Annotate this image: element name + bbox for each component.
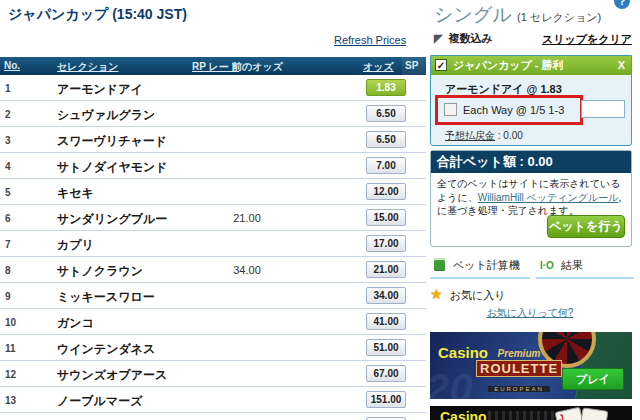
table-row-partial <box>0 413 426 420</box>
odds-button[interactable]: 12.00 <box>366 183 406 200</box>
odds-button[interactable]: 51.00 <box>366 339 406 356</box>
stake-input[interactable] <box>581 100 625 118</box>
multiples-label: 複数込み <box>449 32 493 44</box>
banner-watermark: 20 <box>430 365 473 399</box>
runner-name: サトノダイヤモンド <box>57 159 168 176</box>
table-row: 12 サウンズオブアース 67.00 <box>0 361 426 387</box>
runner-name: シュヴァルグラン <box>57 107 155 124</box>
odds-table-header: No. セレクション RP レート 前のオッズ オッズ SP <box>0 57 426 75</box>
table-row: 4 サトノダイヤモンド 7.00 <box>0 153 426 179</box>
runner-number: 3 <box>5 135 11 146</box>
odds-button[interactable]: 6.50 <box>366 131 406 148</box>
runner-name: サンダリングブルー <box>57 211 167 228</box>
selection-header: ✓ ジャパンカップ - 勝利 X <box>431 56 631 75</box>
event-title: ジャパンカップ (15:40 JST) <box>8 6 187 24</box>
multiples-toggle[interactable]: ◤ 複数込み <box>434 31 493 46</box>
star-icon: ★ <box>430 286 443 302</box>
bet-calculator-link[interactable]: ベット計算機 <box>434 258 520 273</box>
odds-button[interactable]: 21.00 <box>366 261 406 278</box>
betting-rules-text: 全てのベットはサイトに表示されているように、WilliamHill ベッティング… <box>431 173 631 218</box>
results-icon: I·O <box>540 260 554 271</box>
favorites-help-row: お気に入りって何? <box>428 306 632 320</box>
refresh-prices-link[interactable]: Refresh Prices <box>334 34 406 46</box>
clear-slip-link[interactable]: スリップをクリア <box>542 32 632 47</box>
previous-odds: 34.00 <box>223 264 271 276</box>
multiples-arrow-icon: ◤ <box>434 32 442 45</box>
selection-box: ✓ ジャパンカップ - 勝利 X アーモンドアイ @ 1.83 Each Way… <box>430 55 632 146</box>
odds-button[interactable]: 151.00 <box>366 391 406 408</box>
runner-name: スワーヴリチャード <box>57 133 167 150</box>
odds-button[interactable]: 67.00 <box>366 365 406 382</box>
casino-cards-banner[interactable]: Casino J <box>430 406 632 420</box>
help-icon[interactable]: ? <box>614 0 630 9</box>
results-icon-glyph: I·O <box>540 260 554 271</box>
card-pip: J <box>558 412 565 420</box>
results-label: 結果 <box>561 259 583 271</box>
betting-rules-link[interactable]: WilliamHill ベッティングルール <box>478 192 619 203</box>
favorites-label: お気に入り <box>450 289 506 301</box>
table-row: 6 サンダリングブルー 21.00 15.00 <box>0 205 426 231</box>
previous-odds: 21.00 <box>223 212 271 224</box>
favorites-row[interactable]: ★ お気に入り <box>430 286 505 303</box>
tool-underline-left <box>430 277 530 279</box>
close-icon[interactable]: X <box>618 56 625 75</box>
favorites-help-link[interactable]: お気に入りって何? <box>487 307 574 318</box>
odds-button[interactable]: 34.00 <box>366 287 406 304</box>
runner-number: 11 <box>5 343 16 354</box>
table-row: 1 アーモンドアイ 1.83 <box>0 75 426 101</box>
runner-name: ノーブルマーズ <box>57 393 142 410</box>
total-bet-label: 合計ベット額 : <box>437 154 527 169</box>
runner-name: サトノクラウン <box>57 263 143 280</box>
runner-number: 4 <box>5 161 11 172</box>
betslip-title-text: シングル <box>434 4 512 25</box>
runner-number: 12 <box>5 369 16 380</box>
runner-name: キセキ <box>57 185 94 202</box>
table-row: 13 ノーブルマーズ 151.00 <box>0 387 426 413</box>
total-bet-value: 0.00 <box>527 154 552 169</box>
table-row: 2 シュヴァルグラン 6.50 <box>0 101 426 127</box>
table-row: 3 スワーヴリチャード 6.50 <box>0 127 426 153</box>
runner-name: ミッキースワロー <box>57 289 155 306</box>
play-button[interactable]: プレイ <box>562 368 624 390</box>
annotation-highlight: Each Way @ 1/5 1-3 <box>435 95 583 125</box>
each-way-checkbox[interactable] <box>444 103 457 116</box>
odds-button[interactable]: 17.00 <box>366 235 406 252</box>
table-row: 7 カプリ 17.00 <box>0 231 426 257</box>
total-box: 合計ベット額 : 0.00 全てのベットはサイトに表示されているように、Will… <box>430 150 632 247</box>
tool-underline-right <box>536 277 634 279</box>
odds-button[interactable]: 15.00 <box>366 209 406 226</box>
odds-table-body: 1 アーモンドアイ 1.83 2 シュヴァルグラン 6.50 3 スワーヴリチャ… <box>0 75 426 420</box>
header-no[interactable]: No. <box>4 60 20 71</box>
selection-checkbox[interactable]: ✓ <box>435 59 447 71</box>
odds-button[interactable]: 41.00 <box>366 313 406 330</box>
runner-number: 13 <box>5 395 16 406</box>
each-way-label: Each Way @ 1/5 1-3 <box>463 104 564 116</box>
header-selection[interactable]: セレクション <box>57 60 118 74</box>
runner-name: ウインテンダネス <box>57 341 155 358</box>
header-odds[interactable]: オッズ <box>363 60 394 74</box>
place-bet-button[interactable]: ベットを行う <box>547 215 625 238</box>
runner-number: 1 <box>5 83 11 94</box>
selection-header-label: ジャパンカップ - 勝利 <box>453 59 564 71</box>
logo-premium: Premium <box>476 348 562 359</box>
odds-button[interactable]: 6.50 <box>366 105 406 122</box>
runner-number: 10 <box>5 317 16 328</box>
runner-name: カプリ <box>57 237 94 254</box>
results-link[interactable]: I·O 結果 <box>540 258 583 273</box>
table-row: 5 キセキ 12.00 <box>0 179 426 205</box>
payout-value: 0.00 <box>503 130 522 141</box>
odds-button[interactable]: 1.83 <box>366 79 406 96</box>
table-row: 9 ミッキースワロー 34.00 <box>0 283 426 309</box>
roulette-logo: Premium ROULETTE EUROPEAN <box>476 348 562 395</box>
payout-label[interactable]: 予想払戻金 <box>445 130 495 141</box>
casino-brand-label-2: Casino <box>440 409 487 420</box>
runner-number: 2 <box>5 109 11 120</box>
runner-number: 9 <box>5 291 11 302</box>
bet-calculator-label: ベット計算機 <box>453 259 520 271</box>
betting-page: ジャパンカップ (15:40 JST) Refresh Prices No. セ… <box>0 0 640 420</box>
table-row: 10 ガンコ 41.00 <box>0 309 426 335</box>
logo-european: EUROPEAN <box>488 386 550 392</box>
odds-button[interactable]: 7.00 <box>366 157 406 174</box>
casino-roulette-banner[interactable]: 20 Casino Premium ROULETTE EUROPEAN プレイ <box>430 332 632 399</box>
betslip-subtitle: (1 セレクション) <box>517 11 601 23</box>
